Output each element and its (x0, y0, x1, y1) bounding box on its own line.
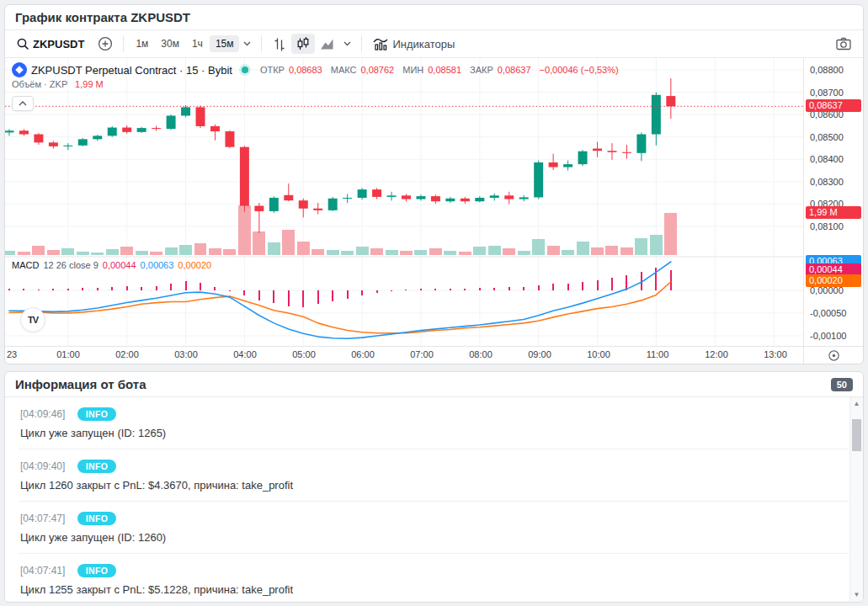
magnifier-icon (16, 37, 29, 50)
macd-tick: -0,00100 (810, 330, 846, 342)
low-value: 0,08581 (428, 65, 461, 75)
plus-circle-icon (98, 36, 113, 51)
toolbar-divider (123, 35, 124, 52)
open-label: ОТКР (260, 65, 285, 75)
interval-button-30м[interactable]: 30м (155, 35, 185, 52)
interval-group: 1м30м1ч15м (130, 35, 239, 52)
high-value: 0,08762 (360, 65, 394, 75)
bars-icon (272, 36, 287, 51)
chart-card-header: График контракта ZKPUSDT (5, 5, 863, 30)
log-count-badge: 50 (831, 378, 853, 391)
volume-value: 1,99 М (75, 79, 104, 89)
macd-signal-line (9, 282, 671, 333)
price-tick: 0,08500 (810, 131, 844, 143)
chart-canvas-area[interactable]: ZKPUSDT Perpetual Contract · 15 · Bybit … (5, 58, 803, 346)
tradingview-logo[interactable]: TV (20, 307, 45, 332)
price-tick: 0,08700 (810, 87, 844, 98)
price-axis[interactable]: 0,088000,087000,086000,085000,084000,083… (803, 58, 863, 346)
macd-line (9, 262, 671, 338)
time-tick: 06:00 (346, 349, 380, 359)
time-tick: 03:00 (169, 349, 203, 359)
time-axis[interactable]: 2301:0002:0003:0004:0005:0006:0007:0008:… (5, 347, 803, 364)
macd-tick: -0,00050 (810, 307, 846, 319)
interval-dropdown-button[interactable] (239, 39, 255, 49)
screenshot-button[interactable] (831, 34, 856, 54)
time-axis-row: 2301:0002:0003:0004:0005:0006:0007:0008:… (5, 346, 863, 364)
log-entry: [04:07:41] INFO Цикл 1255 закрыт с PnL: … (19, 554, 849, 602)
page: График контракта ZKPUSDT ZKPUSDT 1м30м1ч… (0, 0, 868, 606)
chart-region: ZKPUSDT Perpetual Contract · 15 · Bybit … (5, 58, 863, 346)
log-entry-level-badge: INFO (77, 564, 116, 577)
log-entry-level-badge: INFO (77, 460, 116, 473)
jump-to-realtime-button[interactable] (803, 347, 863, 364)
log-scrollbar[interactable]: ▲ ▼ (849, 397, 863, 602)
bot-info-card: Информация от бота 50 [04:09:46] INFO Ци… (4, 371, 864, 603)
bot-info-title: Информация от бота (15, 377, 146, 391)
style-bars-button[interactable] (268, 34, 291, 54)
volume-float-label: 1,99 М (806, 206, 861, 219)
time-tick: 07:00 (405, 349, 439, 359)
chart-card: График контракта ZKPUSDT ZKPUSDT 1м30м1ч… (4, 4, 864, 364)
change-value: −0,00046 (−0,53%) (540, 65, 619, 75)
time-tick: 12:00 (700, 349, 733, 359)
macd-name[interactable]: MACD (12, 260, 39, 270)
bot-info-header: Информация от бота 50 (5, 372, 863, 397)
time-tick: 05:00 (287, 349, 321, 359)
log-entry: [04:09:46] INFO Цикл уже запущен (ID: 12… (19, 397, 849, 449)
compare-add-symbol-button[interactable] (93, 34, 117, 54)
bot-log-area: [04:09:46] INFO Цикл уже запущен (ID: 12… (5, 397, 863, 602)
price-tick: 0,08800 (810, 64, 844, 76)
scrollbar-down-arrow-icon[interactable]: ▼ (850, 589, 863, 601)
price-chart[interactable] (5, 58, 803, 346)
camera-icon (835, 36, 852, 51)
macd-float-label: 0,00020 (806, 274, 861, 287)
bot-log-list: [04:09:46] INFO Цикл уже запущен (ID: 12… (19, 397, 849, 602)
open-value: 0,08683 (289, 65, 322, 75)
time-tick: 02:00 (110, 349, 144, 359)
style-candles-button[interactable] (291, 34, 315, 54)
macd-signal-value: 0,00020 (178, 260, 211, 270)
time-tick: 08:00 (464, 349, 498, 359)
price-tick: 0,08100 (810, 221, 844, 232)
low-label: МИН (402, 65, 423, 75)
chart-toolbar: ZKPUSDT 1м30м1ч15м (5, 30, 863, 58)
log-entry-message: Цикл 1260 закрыт с PnL: $4.3670, причина… (20, 479, 849, 492)
time-tick: 09:00 (523, 349, 556, 359)
time-tick: 11:00 (641, 349, 674, 359)
high-label: МАКС (331, 65, 357, 75)
indicators-icon (372, 36, 389, 51)
log-entry-message: Цикл 1255 закрыт с PnL: $5.1228, причина… (20, 583, 849, 596)
symbol-search-button[interactable]: ZKPUSDT (12, 35, 88, 53)
time-tick: 23 (7, 349, 30, 359)
style-dropdown-button[interactable] (339, 39, 355, 49)
volume-legend: Объём · ZKP 1,99 М (12, 79, 104, 89)
chevron-down-icon (243, 41, 251, 46)
log-entry-message: Цикл уже запущен (ID: 1265) (20, 427, 849, 439)
log-entry-time: [04:09:46] (20, 408, 65, 420)
style-area-button[interactable] (315, 34, 339, 54)
log-entry-message: Цикл уже запущен (ID: 1260) (20, 531, 849, 544)
collapse-legend-button[interactable] (12, 96, 34, 111)
time-tick: 04:00 (228, 349, 262, 359)
chevron-up-icon (19, 101, 27, 106)
time-tick: 01:00 (51, 349, 85, 359)
log-entry-level-badge: INFO (77, 407, 116, 421)
toolbar-divider (361, 35, 362, 52)
indicators-button[interactable]: Индикаторы (368, 34, 459, 54)
time-tick: 10:00 (582, 349, 615, 359)
macd-line-value: 0,00063 (141, 260, 174, 270)
market-status-dot[interactable] (242, 66, 248, 73)
scrollbar-up-arrow-icon[interactable]: ▲ (850, 398, 863, 410)
last-price-label: 0,08637 (806, 99, 861, 112)
log-entry-time: [04:07:41] (20, 565, 65, 577)
legend-symbol-text[interactable]: ZKPUSDT Perpetual Contract · 15 · Bybit (31, 64, 232, 77)
macd-legend: MACD 12 26 close 9 0,00044 0,00063 0,000… (12, 260, 211, 270)
interval-button-15м[interactable]: 15м (210, 35, 240, 52)
interval-button-1ч[interactable]: 1ч (186, 35, 209, 52)
scrollbar-thumb[interactable] (852, 419, 861, 451)
zkp-symbol-logo (12, 62, 27, 77)
close-value: 0,08637 (498, 65, 531, 75)
time-tick: 13:45 (803, 349, 804, 359)
interval-button-1м[interactable]: 1м (130, 35, 154, 52)
log-entry-time: [04:07:47] (20, 513, 65, 524)
